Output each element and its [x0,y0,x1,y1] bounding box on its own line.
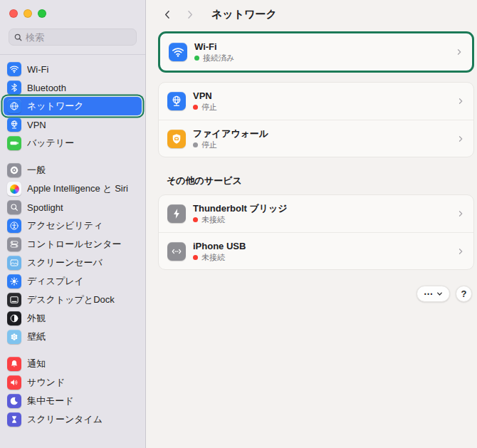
sidebar-item-label: バッテリー [27,137,74,150]
sidebar-item-accessibility[interactable]: アクセシビリティ [4,217,142,235]
sidebar-item-label: 壁紙 [27,330,46,343]
system-settings-window: Wi-FiBluetoothネットワークVPNバッテリー一般Apple Inte… [0,0,477,448]
setting-row-vpn[interactable]: VPN停止 [159,83,473,120]
row-title: Wi-Fi [194,42,234,51]
sidebar-item-sound[interactable]: サウンド [4,373,142,392]
sidebar-item-control-center[interactable]: コントロールセンター [4,235,142,254]
sidebar-nav: Wi-FiBluetoothネットワークVPNバッテリー一般Apple Inte… [0,55,145,448]
row-text: iPhone USB未接続 [193,241,246,261]
sidebar-item-label: 一般 [27,164,46,177]
row-title: Thunderbolt ブリッジ [193,204,288,213]
sidebar-item-label: スクリーンタイム [27,413,103,426]
status-dot [193,105,198,110]
status-text: 接続済み [203,54,234,62]
sidebar-item-battery[interactable]: バッテリー [4,134,142,152]
moon-icon [7,394,21,408]
settings-card: Thunderbolt ブリッジ未接続iPhone USB未接続 [158,194,474,270]
forward-button[interactable] [182,6,197,22]
sidebar-group: 一般Apple Intelligence と SiriSpotlightアクセシ… [4,161,142,346]
spotlight-icon [7,200,21,214]
chevron-right-icon [456,97,465,105]
search-area [0,18,145,46]
wifi-icon [7,62,21,76]
row-status: 未接続 [193,254,246,261]
footer-actions: ⋯ ? [158,286,474,302]
more-options-button[interactable]: ⋯ [416,286,450,302]
row-text: Thunderbolt ブリッジ未接続 [193,204,288,224]
sidebar-item-desktop-dock[interactable]: デスクトップとDock [4,291,142,309]
chevron-right-icon [456,135,465,143]
row-text: Wi-Fi接続済み [194,42,234,62]
zoom-button[interactable] [38,9,46,18]
help-button[interactable]: ? [456,286,472,302]
iphone-usb-icon [167,242,186,261]
sidebar-item-label: コントロールセンター [27,238,121,251]
settings-card: VPN停止ファイアウォール停止 [158,82,474,157]
setting-row-thunderbolt-bridge[interactable]: Thunderbolt ブリッジ未接続 [159,195,473,232]
screensaver-icon [7,256,21,270]
sidebar-item-general[interactable]: 一般 [4,161,142,179]
sidebar-item-appearance[interactable]: 外観 [4,309,142,328]
sidebar-item-display[interactable]: ディスプレイ [4,272,142,291]
setting-row-iphone-usb[interactable]: iPhone USB未接続 [159,232,473,269]
sidebar-item-apple-intelligence[interactable]: Apple Intelligence と Siri [4,179,142,198]
window-controls [0,0,145,18]
back-button[interactable] [159,6,175,22]
flower-icon [7,330,21,344]
sidebar-item-bluetooth[interactable]: Bluetooth [4,78,142,97]
sidebar: Wi-FiBluetoothネットワークVPNバッテリー一般Apple Inte… [0,0,146,448]
speaker-icon [7,375,21,390]
sidebar-item-notifications[interactable]: 通知 [4,355,142,373]
sidebar-item-vpn[interactable]: VPN [4,115,142,134]
sidebar-item-screen-saver[interactable]: スクリーンセーバ [4,254,142,272]
chevron-left-icon [162,9,173,20]
sidebar-item-label: VPN [27,120,46,130]
row-text: VPN停止 [193,91,217,111]
chevron-right-icon [456,209,465,218]
row-status: 未接続 [193,216,288,224]
sidebar-item-label: 集中モード [27,395,74,407]
battery-icon [7,136,21,150]
sidebar-item-network[interactable]: ネットワーク [4,97,142,115]
status-text: 未接続 [201,254,225,261]
page-title: ネットワーク [211,8,277,21]
sidebar-item-label: Spotlight [27,202,63,213]
minimize-button[interactable] [23,9,32,18]
sidebar-item-screen-time[interactable]: スクリーンタイム [4,410,142,429]
sidebar-item-spotlight[interactable]: Spotlight [4,198,142,217]
status-dot [193,217,198,222]
status-text: 停止 [201,103,217,111]
sidebar-item-wifi[interactable]: Wi-Fi [4,60,142,78]
accessibility-icon [7,219,21,233]
search-input[interactable] [26,32,132,43]
sidebar-item-label: サウンド [27,376,65,389]
control-center-icon [7,237,21,251]
sidebar-item-wallpaper[interactable]: 壁紙 [4,328,142,346]
status-text: 未接続 [201,216,225,224]
setting-row-firewall[interactable]: ファイアウォール停止 [159,120,473,157]
row-title: iPhone USB [193,241,246,251]
sidebar-group: 通知サウンド集中モードスクリーンタイム [4,355,142,429]
sun-icon [7,274,21,288]
bluetooth-icon [7,80,21,95]
vpn-globe-icon [7,118,21,132]
setting-row-wifi[interactable]: Wi-Fi接続済み [160,33,472,71]
close-button[interactable] [9,9,18,18]
chevron-right-icon [456,247,465,256]
sidebar-item-focus[interactable]: 集中モード [4,392,142,410]
gear-icon [7,163,21,177]
settings-section: Wi-Fi接続済みVPN停止ファイアウォール停止 [158,31,474,157]
search-field[interactable] [9,28,137,46]
sidebar-item-label: スクリーンセーバ [27,256,103,269]
chevron-down-icon [436,288,443,299]
settings-section: その他のサービスThunderbolt ブリッジ未接続iPhone USB未接続 [158,174,474,270]
nav-header: ネットワーク [158,0,474,28]
bell-icon [7,357,21,371]
status-dot [193,142,198,147]
ellipsis-icon: ⋯ [424,288,433,299]
status-dot [193,255,198,260]
row-title: VPN [193,91,217,100]
chevron-right-icon [184,9,195,20]
settings-card-highlighted: Wi-Fi接続済み [158,31,474,73]
firewall-icon [167,130,186,148]
